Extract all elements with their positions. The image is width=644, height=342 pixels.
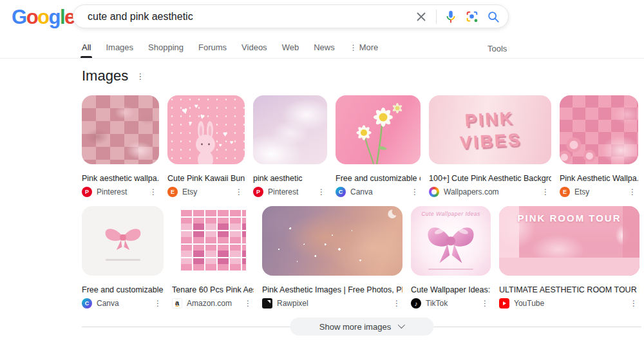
result-source-name[interactable]: Wallpapers.com xyxy=(444,187,499,196)
tab-videos[interactable]: Videos xyxy=(242,43,267,52)
result-thumbnail[interactable] xyxy=(82,95,159,164)
svg-text:♥: ♥ xyxy=(180,104,189,117)
header-divider xyxy=(0,58,644,59)
amazon-favicon xyxy=(172,298,182,309)
results-row: Pink aesthetic wallpa... Pinterest ♥ ♥ ♥… xyxy=(82,95,642,197)
result-title[interactable]: Pink aesthetic wallpa... xyxy=(82,174,159,184)
section-menu-icon[interactable] xyxy=(136,71,144,81)
rawpixel-favicon xyxy=(262,298,272,309)
result-title[interactable]: Free and customizable c... xyxy=(336,174,421,184)
result-title[interactable]: pink aesthetic xyxy=(253,174,327,184)
image-result-card: Pink Aesthetic Images | Free Photos, PN.… xyxy=(262,206,402,309)
clear-icon[interactable] xyxy=(414,10,428,24)
result-thumbnail[interactable]: ♥ ♥ ♥ ♥ ♥ ♥ ♥ xyxy=(167,95,245,164)
tab-web[interactable]: Web xyxy=(282,43,299,52)
result-title[interactable]: Pink Aesthetic Images | Free Photos, PN.… xyxy=(262,285,402,295)
search-bar[interactable] xyxy=(73,5,509,28)
result-source-row: Amazon.com xyxy=(172,298,254,309)
kebab-menu-icon[interactable] xyxy=(540,187,551,196)
search-icon[interactable] xyxy=(486,10,500,24)
results-row: Free and customizable ... Canva Tenare 6… xyxy=(82,206,642,309)
result-source-name[interactable]: Canva xyxy=(350,187,373,196)
logo-letter: g xyxy=(49,6,60,28)
kebab-menu-icon[interactable] xyxy=(233,187,245,196)
image-result-card: Free and customizable ... Canva xyxy=(82,206,164,309)
canva-favicon xyxy=(336,187,346,197)
result-source-row: Etsy xyxy=(167,187,245,197)
tab-all[interactable]: All xyxy=(82,43,91,52)
thumbnail-overlay-text: PINK ROOM TOUR xyxy=(499,213,639,223)
tab-forums[interactable]: Forums xyxy=(198,43,227,52)
result-source-name[interactable]: Etsy xyxy=(182,187,197,196)
image-result-card: Pink Aesthetic Wallpa... Etsy xyxy=(560,95,638,197)
image-result-card: ♥ ♥ ♥ ♥ ♥ ♥ ♥ Cute Pink Kawaii xyxy=(167,95,245,197)
tab-more[interactable]: More xyxy=(350,43,379,52)
tab-more-label: More xyxy=(359,43,379,52)
bunny-illustration: ♥ ♥ ♥ ♥ ♥ ♥ ♥ xyxy=(167,95,245,164)
result-title[interactable]: Cute Wallpaper Ideas: ... xyxy=(411,285,491,295)
result-thumbnail[interactable] xyxy=(82,206,164,276)
result-source-name[interactable]: Amazon.com xyxy=(187,299,232,308)
result-thumbnail[interactable]: PINK ROOM TOUR xyxy=(499,206,639,276)
result-thumbnail[interactable] xyxy=(560,95,638,164)
google-logo[interactable]: Google xyxy=(12,6,75,29)
result-title[interactable]: ULTIMATE AESTHETIC ROOM TOUR | Pin... xyxy=(499,285,639,295)
result-thumbnail[interactable]: PINK VIBES xyxy=(429,95,551,164)
kebab-menu-icon[interactable] xyxy=(627,187,638,196)
result-source-row: Canva xyxy=(82,298,164,309)
image-result-card: PINK VIBES 100+] Cute Pink Aesthetic Bac… xyxy=(429,95,551,197)
result-source-name[interactable]: Etsy xyxy=(574,187,589,196)
results-nav: All Images Shopping Forums Videos Web Ne… xyxy=(82,43,378,52)
pinterest-favicon xyxy=(253,187,263,197)
show-more-images-button[interactable]: Show more images xyxy=(290,318,433,336)
result-source-name[interactable]: Canva xyxy=(97,299,119,308)
pink-bow-illustration xyxy=(98,221,148,256)
result-title[interactable]: Tenare 60 Pcs Pink Aes... xyxy=(172,285,254,295)
kebab-menu-icon[interactable] xyxy=(409,187,421,196)
etsy-favicon xyxy=(560,187,570,197)
kebab-menu-icon[interactable] xyxy=(152,299,164,308)
image-result-card: pink aesthetic Pinterest xyxy=(253,95,327,197)
show-more-label: Show more images xyxy=(319,322,391,332)
tools-button[interactable]: Tools xyxy=(488,44,507,53)
image-result-card: Free and customizable c... Canva xyxy=(336,95,421,197)
kebab-menu-icon[interactable] xyxy=(316,187,327,196)
kebab-menu-icon[interactable] xyxy=(242,299,254,308)
result-title[interactable]: Free and customizable ... xyxy=(82,285,164,295)
google-lens-icon[interactable] xyxy=(465,10,479,24)
result-source-row: Pinterest xyxy=(82,187,159,197)
search-input[interactable] xyxy=(86,10,407,23)
section-title: Images xyxy=(82,67,128,85)
result-title[interactable]: 100+] Cute Pink Aesthetic Backgro... xyxy=(429,174,551,184)
image-result-card: Pink aesthetic wallpa... Pinterest xyxy=(82,95,159,197)
result-thumbnail[interactable] xyxy=(262,206,402,276)
result-source-row: TikTok xyxy=(411,298,491,309)
result-title[interactable]: Pink Aesthetic Wallpa... xyxy=(560,174,638,184)
result-source-name[interactable]: Pinterest xyxy=(97,187,127,196)
result-thumbnail[interactable] xyxy=(172,206,254,276)
kebab-menu-icon[interactable] xyxy=(391,299,402,308)
result-source-name[interactable]: TikTok xyxy=(426,299,448,308)
show-more-section: Show more images xyxy=(82,318,641,336)
tab-news[interactable]: News xyxy=(314,43,335,52)
tab-shopping[interactable]: Shopping xyxy=(148,43,184,52)
image-result-card: Tenare 60 Pcs Pink Aes... Amazon.com xyxy=(172,206,254,309)
glossy-bow-illustration xyxy=(422,217,479,268)
result-title[interactable]: Cute Pink Kawaii Bun... xyxy=(167,174,245,184)
result-source-name[interactable]: YouTube xyxy=(514,299,544,308)
voice-search-icon[interactable] xyxy=(444,10,458,24)
result-source-name[interactable]: Rawpixel xyxy=(277,299,308,308)
thumbnail-overlay-text: PINK VIBES xyxy=(450,106,529,153)
result-thumbnail[interactable] xyxy=(336,95,421,164)
kebab-menu-icon[interactable] xyxy=(147,187,159,196)
kebab-menu-icon[interactable] xyxy=(479,299,491,308)
result-source-row: Canva xyxy=(336,187,421,197)
result-source-row: Rawpixel xyxy=(262,298,402,309)
kebab-menu-icon[interactable] xyxy=(628,299,639,308)
result-thumbnail[interactable] xyxy=(253,95,327,164)
tab-images[interactable]: Images xyxy=(106,43,133,52)
image-result-card: Cute Wallpaper Ideas Cute Wal xyxy=(411,206,491,309)
result-source-name[interactable]: Pinterest xyxy=(268,187,298,196)
result-thumbnail[interactable]: Cute Wallpaper Ideas xyxy=(411,206,491,276)
daisy-illustration xyxy=(336,95,421,164)
